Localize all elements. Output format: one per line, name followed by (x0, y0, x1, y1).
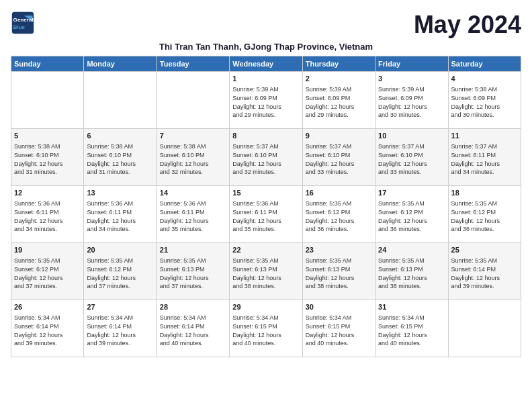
calendar-cell: 28Sunrise: 5:34 AM Sunset: 6:14 PM Dayli… (157, 300, 229, 357)
calendar-cell: 25Sunrise: 5:35 AM Sunset: 6:14 PM Dayli… (448, 243, 521, 300)
day-info: Sunrise: 5:38 AM Sunset: 6:10 PM Dayligh… (160, 142, 226, 176)
day-number: 12 (14, 188, 81, 198)
day-info: Sunrise: 5:35 AM Sunset: 6:13 PM Dayligh… (232, 257, 299, 290)
calendar-cell: 2Sunrise: 5:39 AM Sunset: 6:09 PM Daylig… (302, 72, 375, 129)
day-number: 7 (160, 131, 226, 141)
calendar-cell: 31Sunrise: 5:34 AM Sunset: 6:15 PM Dayli… (375, 300, 448, 357)
day-info: Sunrise: 5:35 AM Sunset: 6:13 PM Dayligh… (378, 257, 445, 290)
day-number: 18 (451, 188, 518, 198)
day-info: Sunrise: 5:36 AM Sunset: 6:11 PM Dayligh… (14, 199, 81, 233)
day-info: Sunrise: 5:39 AM Sunset: 6:09 PM Dayligh… (378, 85, 445, 119)
day-number: 8 (232, 131, 299, 141)
calendar-cell: 26Sunrise: 5:34 AM Sunset: 6:14 PM Dayli… (11, 300, 84, 357)
day-number: 2 (306, 74, 372, 84)
day-info: Sunrise: 5:35 AM Sunset: 6:12 PM Dayligh… (451, 199, 518, 233)
day-info: Sunrise: 5:37 AM Sunset: 6:11 PM Dayligh… (451, 142, 518, 176)
calendar-cell: 15Sunrise: 5:36 AM Sunset: 6:11 PM Dayli… (230, 186, 302, 243)
calendar-cell: 29Sunrise: 5:34 AM Sunset: 6:15 PM Dayli… (230, 300, 302, 357)
day-number: 9 (306, 131, 372, 141)
calendar-cell: 8Sunrise: 5:37 AM Sunset: 6:10 PM Daylig… (230, 129, 302, 186)
day-number: 30 (306, 302, 372, 312)
day-info: Sunrise: 5:37 AM Sunset: 6:10 PM Dayligh… (306, 142, 372, 176)
calendar-cell: 14Sunrise: 5:36 AM Sunset: 6:11 PM Dayli… (157, 186, 229, 243)
day-info: Sunrise: 5:35 AM Sunset: 6:12 PM Dayligh… (14, 257, 81, 290)
day-info: Sunrise: 5:38 AM Sunset: 6:10 PM Dayligh… (87, 142, 153, 176)
day-number: 17 (378, 188, 445, 198)
day-info: Sunrise: 5:35 AM Sunset: 6:12 PM Dayligh… (306, 199, 372, 233)
day-number: 26 (14, 302, 81, 312)
day-number: 15 (232, 188, 299, 198)
day-number: 27 (87, 302, 153, 312)
day-number: 14 (160, 188, 226, 198)
day-info: Sunrise: 5:38 AM Sunset: 6:10 PM Dayligh… (14, 142, 81, 176)
day-number: 5 (14, 131, 81, 141)
day-number: 21 (160, 245, 226, 255)
calendar-cell: 19Sunrise: 5:35 AM Sunset: 6:12 PM Dayli… (11, 243, 84, 300)
calendar-cell (11, 72, 84, 129)
calendar-cell: 16Sunrise: 5:35 AM Sunset: 6:12 PM Dayli… (302, 186, 375, 243)
day-info: Sunrise: 5:35 AM Sunset: 6:12 PM Dayligh… (87, 257, 153, 290)
day-info: Sunrise: 5:34 AM Sunset: 6:14 PM Dayligh… (160, 314, 226, 347)
calendar-cell: 6Sunrise: 5:38 AM Sunset: 6:10 PM Daylig… (84, 129, 157, 186)
calendar-cell: 24Sunrise: 5:35 AM Sunset: 6:13 PM Dayli… (375, 243, 448, 300)
day-info: Sunrise: 5:34 AM Sunset: 6:14 PM Dayligh… (14, 314, 81, 347)
day-number: 20 (87, 245, 153, 255)
day-info: Sunrise: 5:39 AM Sunset: 6:09 PM Dayligh… (306, 85, 372, 119)
calendar-cell: 17Sunrise: 5:35 AM Sunset: 6:12 PM Dayli… (375, 186, 448, 243)
calendar-cell: 11Sunrise: 5:37 AM Sunset: 6:11 PM Dayli… (448, 129, 521, 186)
calendar-week-row: 26Sunrise: 5:34 AM Sunset: 6:14 PM Dayli… (11, 300, 521, 357)
logo: General Blue (11, 11, 35, 35)
calendar-cell: 30Sunrise: 5:34 AM Sunset: 6:15 PM Dayli… (302, 300, 375, 357)
month-title: May 2024 (414, 11, 521, 39)
calendar-cell: 9Sunrise: 5:37 AM Sunset: 6:10 PM Daylig… (302, 129, 375, 186)
calendar-week-row: 19Sunrise: 5:35 AM Sunset: 6:12 PM Dayli… (11, 243, 521, 300)
calendar-cell: 12Sunrise: 5:36 AM Sunset: 6:11 PM Dayli… (11, 186, 84, 243)
calendar-cell: 21Sunrise: 5:35 AM Sunset: 6:13 PM Dayli… (157, 243, 229, 300)
calendar-cell: 7Sunrise: 5:38 AM Sunset: 6:10 PM Daylig… (157, 129, 229, 186)
page-header: General Blue May 2024 (11, 11, 521, 39)
days-header-row: SundayMondayTuesdayWednesdayThursdayFrid… (11, 56, 521, 72)
calendar-cell: 4Sunrise: 5:38 AM Sunset: 6:09 PM Daylig… (448, 72, 521, 129)
calendar-table: SundayMondayTuesdayWednesdayThursdayFrid… (11, 56, 521, 357)
day-number: 23 (306, 245, 372, 255)
day-number: 28 (160, 302, 226, 312)
day-number: 10 (378, 131, 445, 141)
calendar-week-row: 12Sunrise: 5:36 AM Sunset: 6:11 PM Dayli… (11, 186, 521, 243)
day-header-wednesday: Wednesday (230, 56, 302, 72)
day-number: 4 (451, 74, 518, 84)
day-header-monday: Monday (84, 56, 157, 72)
day-number: 16 (306, 188, 372, 198)
day-info: Sunrise: 5:35 AM Sunset: 6:13 PM Dayligh… (160, 257, 226, 290)
day-info: Sunrise: 5:37 AM Sunset: 6:10 PM Dayligh… (232, 142, 299, 176)
day-info: Sunrise: 5:39 AM Sunset: 6:09 PM Dayligh… (232, 85, 299, 119)
day-info: Sunrise: 5:34 AM Sunset: 6:15 PM Dayligh… (232, 314, 299, 347)
day-header-thursday: Thursday (302, 56, 375, 72)
calendar-week-row: 1Sunrise: 5:39 AM Sunset: 6:09 PM Daylig… (11, 72, 521, 129)
day-header-tuesday: Tuesday (157, 56, 229, 72)
day-info: Sunrise: 5:35 AM Sunset: 6:13 PM Dayligh… (306, 257, 372, 290)
svg-text:Blue: Blue (13, 24, 26, 30)
day-info: Sunrise: 5:36 AM Sunset: 6:11 PM Dayligh… (232, 199, 299, 233)
day-header-friday: Friday (375, 56, 448, 72)
day-info: Sunrise: 5:34 AM Sunset: 6:15 PM Dayligh… (306, 314, 372, 347)
day-info: Sunrise: 5:35 AM Sunset: 6:12 PM Dayligh… (378, 199, 445, 233)
day-number: 29 (232, 302, 299, 312)
day-number: 22 (232, 245, 299, 255)
calendar-cell: 20Sunrise: 5:35 AM Sunset: 6:12 PM Dayli… (84, 243, 157, 300)
calendar-cell: 1Sunrise: 5:39 AM Sunset: 6:09 PM Daylig… (230, 72, 302, 129)
day-header-saturday: Saturday (448, 56, 521, 72)
day-number: 1 (232, 74, 299, 84)
logo-icon: General Blue (11, 11, 35, 35)
day-info: Sunrise: 5:34 AM Sunset: 6:14 PM Dayligh… (87, 314, 153, 347)
calendar-cell (448, 300, 521, 357)
day-number: 11 (451, 131, 518, 141)
day-number: 19 (14, 245, 81, 255)
calendar-cell: 27Sunrise: 5:34 AM Sunset: 6:14 PM Dayli… (84, 300, 157, 357)
calendar-cell: 10Sunrise: 5:37 AM Sunset: 6:10 PM Dayli… (375, 129, 448, 186)
calendar-cell (157, 72, 229, 129)
calendar-cell: 3Sunrise: 5:39 AM Sunset: 6:09 PM Daylig… (375, 72, 448, 129)
day-info: Sunrise: 5:36 AM Sunset: 6:11 PM Dayligh… (160, 199, 226, 233)
calendar-cell: 5Sunrise: 5:38 AM Sunset: 6:10 PM Daylig… (11, 129, 84, 186)
calendar-cell (84, 72, 157, 129)
calendar-week-row: 5Sunrise: 5:38 AM Sunset: 6:10 PM Daylig… (11, 129, 521, 186)
